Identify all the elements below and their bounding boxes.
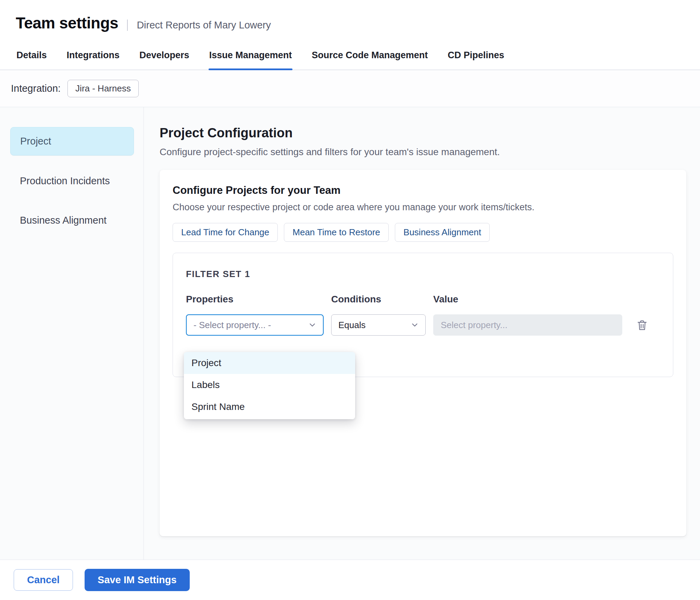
dropdown-option-sprint-name[interactable]: Sprint Name (184, 396, 355, 418)
sidebar-item-production-incidents[interactable]: Production Incidents (10, 167, 134, 195)
tab-developers[interactable]: Developers (139, 42, 190, 70)
property-select[interactable]: - Select property... - (186, 314, 324, 336)
tab-bar: Details Integrations Developers Issue Ma… (0, 42, 700, 70)
cancel-button[interactable]: Cancel (14, 569, 73, 591)
property-select-value: - Select property... - (193, 320, 271, 330)
footer-action-bar: Cancel Save IM Settings (0, 560, 700, 600)
card-subtitle: Choose your respective project or code a… (173, 202, 673, 213)
chevron-down-icon (410, 321, 419, 329)
tab-cd-pipelines[interactable]: CD Pipelines (447, 42, 505, 70)
team-settings-page: Team settings Direct Reports of Mary Low… (0, 0, 700, 600)
properties-column: Properties - Select property... - Projec… (186, 294, 324, 336)
delete-filter-column (634, 294, 660, 334)
filter-set-title: FILTER SET 1 (186, 269, 660, 279)
integration-label: Integration: (11, 83, 61, 94)
save-im-settings-button[interactable]: Save IM Settings (85, 569, 189, 591)
integration-chip[interactable]: Jira - Harness (67, 80, 139, 97)
conditions-column-header: Conditions (331, 294, 426, 305)
trash-icon[interactable] (634, 317, 650, 334)
value-column-header: Value (433, 294, 622, 305)
page-title: Team settings (16, 14, 118, 32)
dropdown-option-project[interactable]: Project (184, 352, 355, 374)
tab-details[interactable]: Details (16, 42, 48, 70)
properties-column-header: Properties (186, 294, 324, 305)
tab-source-code-management[interactable]: Source Code Management (311, 42, 428, 70)
content-area: Project Production Incidents Business Al… (0, 107, 700, 560)
settings-sidebar: Project Production Incidents Business Al… (0, 107, 144, 560)
value-column: Value (433, 294, 622, 336)
value-input[interactable] (433, 314, 622, 336)
metric-chip-row: Lead Time for Change Mean Time to Restor… (173, 223, 673, 242)
main-panel: Project Configuration Configure project-… (144, 107, 700, 560)
sidebar-item-project[interactable]: Project (10, 127, 134, 155)
section-title: Project Configuration (160, 126, 686, 140)
tab-issue-management[interactable]: Issue Management (209, 42, 293, 70)
condition-select[interactable]: Equals (331, 314, 426, 336)
dropdown-option-labels[interactable]: Labels (184, 374, 355, 396)
chip-mean-time-to-restore[interactable]: Mean Time to Restore (284, 223, 389, 242)
filter-set-1: FILTER SET 1 Properties - Select propert… (173, 253, 673, 377)
integration-row: Integration: Jira - Harness (0, 70, 700, 107)
configure-projects-card: Configure Projects for your Team Choose … (160, 170, 686, 536)
card-title: Configure Projects for your Team (173, 184, 673, 197)
sidebar-item-business-alignment[interactable]: Business Alignment (10, 207, 134, 234)
tab-integrations[interactable]: Integrations (66, 42, 121, 70)
chevron-down-icon (308, 321, 317, 329)
chip-business-alignment[interactable]: Business Alignment (395, 223, 490, 242)
chip-lead-time-for-change[interactable]: Lead Time for Change (173, 223, 278, 242)
page-subtitle: Direct Reports of Mary Lowery (127, 20, 271, 31)
conditions-column: Conditions Equals (331, 294, 426, 336)
filter-row: Properties - Select property... - Projec… (186, 294, 660, 336)
page-header: Team settings Direct Reports of Mary Low… (0, 0, 700, 32)
section-subtitle: Configure project-specific settings and … (160, 147, 686, 158)
condition-select-value: Equals (338, 320, 366, 330)
property-dropdown: Project Labels Sprint Name (184, 352, 355, 419)
